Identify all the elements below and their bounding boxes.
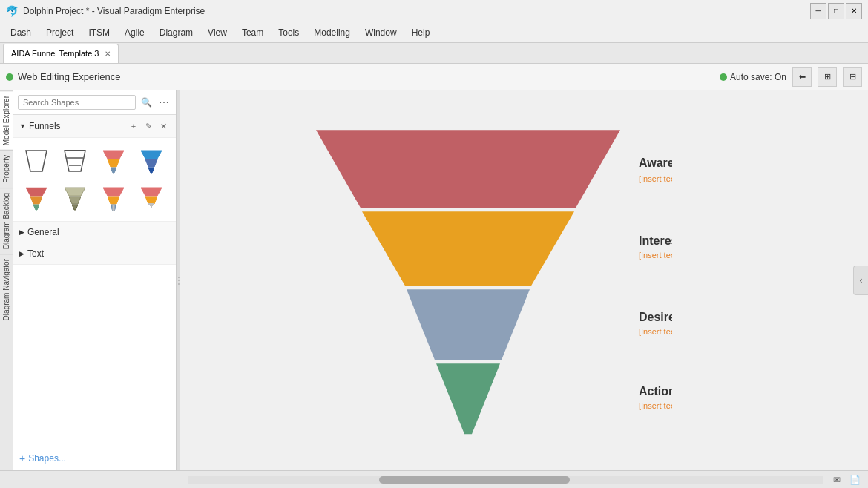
scrollbar-thumb[interactable] [379,476,570,484]
horizontal-scrollbar[interactable] [188,476,823,484]
toolbar-right: Auto save: On ⬅ ⊞ ⊟ [720,67,862,87]
menu-window[interactable]: Window [358,24,404,41]
tab-bar: AIDA Funnel Template 3 ✕ [0,43,868,64]
menu-team[interactable]: Team [234,24,271,41]
text-label: Text [27,248,44,259]
action-sublabel: [Insert text here] [639,401,672,410]
svg-marker-17 [72,205,78,210]
menu-bar: Dash Project ITSM Agile Diagram View Tea… [0,22,868,43]
diagram-canvas[interactable]: Awareness [Insert text here] Interest [I… [180,90,868,470]
text-section: ▶ Text [13,243,176,265]
menu-itsm[interactable]: ITSM [81,24,117,41]
text-section-header[interactable]: ▶ Text [13,243,176,264]
funnels-section: ▼ Funnels + ✎ ✕ [13,115,176,222]
diagram-tab[interactable]: AIDA Funnel Template 3 ✕ [3,44,119,63]
general-label: General [27,227,59,237]
expand-panel-button[interactable]: ‹ [853,266,868,295]
add-shapes-button[interactable]: + Shapes... [13,446,176,470]
toolbar: Web Editing Experience Auto save: On ⬅ ⊞… [0,64,868,90]
text-chevron-icon: ▶ [19,250,24,257]
maximize-button[interactable]: □ [828,3,844,19]
svg-marker-10 [148,168,154,173]
tab-close-icon[interactable]: ✕ [105,50,111,58]
svg-marker-8 [141,151,162,159]
close-button[interactable]: ✕ [846,3,862,19]
funnels-section-header[interactable]: ▼ Funnels + ✎ ✕ [13,115,176,138]
action-layer[interactable] [436,363,500,434]
funnel-shape-3[interactable] [96,144,131,178]
funnels-edit-icon[interactable]: ✎ [142,119,155,133]
svg-marker-12 [30,197,42,204]
menu-modeling[interactable]: Modeling [306,24,358,41]
funnels-actions: + ✎ ✕ [127,119,170,133]
funnel-shape-5[interactable] [19,181,53,215]
web-editing-indicator: Web Editing Experience [6,71,121,82]
toolbar-back-button[interactable]: ⬅ [792,67,812,87]
toolbar-panel-button[interactable]: ⊟ [843,67,862,87]
search-icon[interactable]: 🔍 [139,95,154,110]
left-side-tabs: Model Explorer Property Diagram Backlog … [0,90,13,470]
funnel-shape-1[interactable] [19,144,53,178]
funnel-shape-7[interactable] [96,181,131,215]
search-input[interactable] [18,95,136,110]
funnels-header-left: ▼ Funnels [19,121,61,131]
funnel-shape-6[interactable] [58,181,92,215]
side-tab-diagram-navigator[interactable]: Diagram Navigator [0,254,13,325]
funnel-shapes-grid [13,138,176,221]
svg-marker-19 [108,197,119,204]
email-icon[interactable]: ✉ [829,472,844,487]
funnels-close-icon[interactable]: ✕ [157,119,170,133]
search-bar: 🔍 ⋯ [13,90,176,115]
menu-view[interactable]: View [200,24,234,41]
svg-marker-6 [108,159,119,167]
awareness-label: Awareness [639,156,672,169]
title-bar: 🐬 Dolphin Project * - Visual Paradigm En… [0,0,868,22]
title-bar-controls: ─ □ ✕ [810,3,862,19]
document-icon[interactable]: 📄 [847,472,862,487]
funnel-svg: Awareness [Insert text here] Interest [I… [301,122,672,449]
interest-sublabel: [Insert text here] [639,251,672,260]
title-bar-left: 🐬 Dolphin Project * - Visual Paradigm En… [6,5,205,17]
toolbar-left: Web Editing Experience [6,71,121,82]
menu-tools[interactable]: Tools [271,24,306,41]
interest-label: Interest [639,234,672,247]
svg-marker-1 [65,151,85,171]
interest-layer[interactable] [362,211,574,286]
side-tab-property[interactable]: Property [0,150,13,188]
auto-save-label: Auto save: On [730,72,786,82]
minimize-button[interactable]: ─ [810,3,826,19]
funnel-shape-4[interactable] [134,144,168,178]
svg-marker-11 [26,188,47,196]
funnels-chevron-icon: ▼ [19,122,26,130]
funnel-shape-2[interactable] [58,144,92,178]
side-tab-model-explorer[interactable]: Model Explorer [0,90,13,150]
menu-project[interactable]: Project [39,24,81,41]
svg-marker-22 [141,188,162,196]
menu-agile[interactable]: Agile [117,24,152,41]
title-bar-title: Dolphin Project * - Visual Paradigm Ente… [23,6,205,16]
green-dot-icon [6,73,13,81]
menu-dash[interactable]: Dash [3,24,39,41]
funnel-diagram: Awareness [Insert text here] Interest [I… [301,122,672,451]
svg-marker-9 [145,159,157,167]
add-shapes-label: Shapes... [28,453,66,464]
canvas-area: Awareness [Insert text here] Interest [I… [180,90,868,470]
funnels-add-icon[interactable]: + [127,119,140,133]
app-icon: 🐬 [6,5,19,17]
svg-marker-15 [65,188,85,196]
auto-save-indicator: Auto save: On [720,72,786,82]
panel-menu-icon[interactable]: ⋯ [157,95,171,110]
web-editing-label: Web Editing Experience [18,71,121,82]
desire-label: Desire [639,311,672,323]
svg-marker-18 [103,188,124,196]
toolbar-grid-button[interactable]: ⊞ [818,67,837,87]
side-tab-diagram-backlog[interactable]: Diagram Backlog [0,188,13,254]
desire-layer[interactable] [407,289,530,360]
add-shapes-plus-icon: + [19,452,25,464]
general-chevron-icon: ▶ [19,228,24,236]
funnel-shape-8[interactable] [134,181,168,215]
menu-help[interactable]: Help [404,24,438,41]
awareness-layer[interactable] [316,130,620,208]
menu-diagram[interactable]: Diagram [152,24,200,41]
general-section-header[interactable]: ▶ General [13,222,176,243]
